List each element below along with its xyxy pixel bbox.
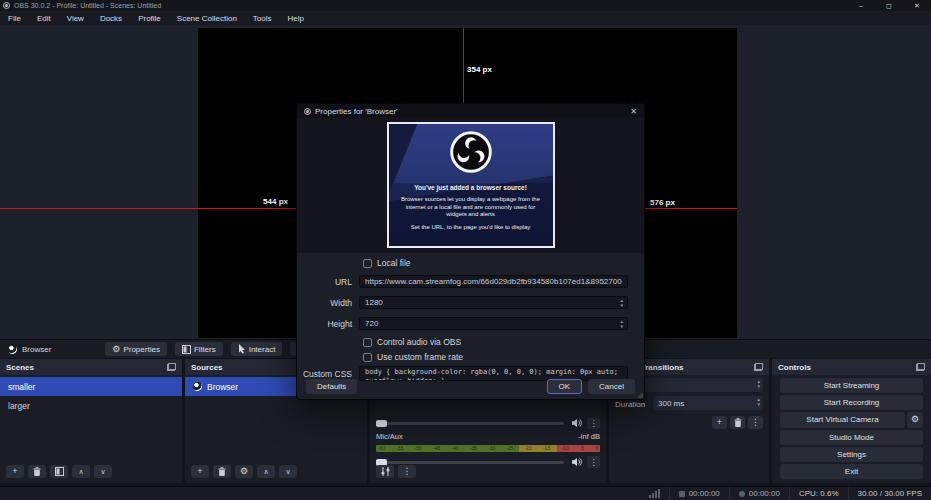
record-time: 00:00:00 (729, 487, 789, 500)
source-properties-button[interactable]: ⚙ (235, 465, 253, 478)
height-spinner: ▴▾ (359, 317, 628, 330)
dialog-preview-area: You've just added a browser source! Brow… (297, 118, 644, 253)
height-input[interactable] (359, 317, 628, 330)
banner-body: Browser sources let you display a webpag… (398, 196, 544, 219)
start-virtual-camera-button[interactable]: Start Virtual Camera (780, 412, 905, 427)
source-interact-button[interactable]: Interact (231, 342, 283, 356)
transition-menu-button[interactable]: ⋮ (748, 416, 763, 429)
studio-mode-button[interactable]: Studio Mode (780, 430, 923, 445)
control-audio-checkbox[interactable] (363, 338, 372, 347)
source-properties-button[interactable]: ⚙ Properties (105, 342, 167, 356)
scene-item-larger[interactable]: larger (0, 396, 182, 415)
exit-button[interactable]: Exit (780, 464, 923, 479)
custom-fps-row: Use custom frame rate (297, 352, 628, 362)
mixer-menu-button[interactable]: ⋮ (398, 465, 416, 478)
obs-logo-icon (450, 131, 492, 173)
obs-app-icon (3, 2, 10, 9)
mixer-toolbar: ⋮ (376, 465, 416, 478)
width-row: Width ▴▾ (297, 296, 628, 309)
sources-toolbar: + ⚙ ∧ ∨ (185, 465, 367, 483)
volume-slider-handle[interactable] (376, 420, 387, 427)
menu-help[interactable]: Help (280, 11, 312, 25)
start-recording-button[interactable]: Start Recording (780, 395, 923, 410)
scene-filters-button[interactable] (50, 465, 68, 478)
virtual-camera-settings-button[interactable]: ⚙ (907, 412, 923, 427)
popout-icon[interactable] (754, 363, 763, 371)
duration-spinner[interactable]: 300 ms ▴▾ (653, 396, 763, 410)
duration-label: Duration (615, 400, 645, 409)
add-scene-button[interactable]: + (6, 465, 24, 478)
dialog-title-bar[interactable]: Properties for 'Browser' ✕ (297, 104, 644, 118)
controls-body: Start Streaming Start Recording Start Vi… (772, 375, 931, 483)
network-status (640, 487, 669, 500)
chevron-updown-icon[interactable]: ▴▾ (620, 298, 623, 308)
popout-icon[interactable] (916, 363, 925, 371)
cpu-usage: CPU: 0.6% (789, 487, 848, 500)
menu-tools[interactable]: Tools (245, 11, 280, 25)
custom-fps-checkbox[interactable] (363, 353, 372, 362)
defaults-button[interactable]: Defaults (306, 379, 357, 394)
audio-source-volume-row: ⋮ (376, 417, 600, 429)
local-file-checkbox[interactable] (363, 259, 372, 268)
volume-slider[interactable] (376, 422, 564, 425)
stream-time: 00:00:00 (669, 487, 729, 500)
remove-scene-button[interactable] (28, 465, 46, 478)
mic-aux-level-meter: -60-55-50-45-40-35-30-25-20-15-10-50 (376, 445, 600, 452)
kebab-menu-icon[interactable]: ⋮ (587, 417, 600, 429)
status-bar: 00:00:00 00:00:00 CPU: 0.6% 30.00 / 30.0… (0, 486, 931, 500)
menu-view[interactable]: View (59, 11, 92, 25)
speaker-icon[interactable] (571, 418, 582, 428)
scenes-list: smaller larger (0, 375, 182, 415)
move-source-up-button[interactable]: ∧ (257, 465, 275, 478)
remove-source-button[interactable] (213, 465, 231, 478)
chevron-updown-icon[interactable]: ▴▾ (620, 319, 623, 329)
width-input[interactable] (359, 296, 628, 309)
advanced-audio-button[interactable] (376, 465, 394, 478)
speaker-icon[interactable] (571, 457, 582, 467)
start-streaming-button[interactable]: Start Streaming (780, 378, 923, 393)
window-controls: – ◻ ✕ (847, 0, 931, 11)
control-audio-label: Control audio via OBS (377, 337, 461, 347)
menu-bar: File Edit View Docks Profile Scene Colle… (0, 11, 931, 25)
minimize-button[interactable]: – (847, 0, 875, 11)
gear-icon: ⚙ (240, 467, 248, 476)
banner-footer: Set the URL, to the page you'd like to d… (398, 224, 544, 232)
trash-icon (33, 467, 41, 476)
mic-aux-label: Mic/Aux (376, 432, 403, 441)
move-scene-down-button[interactable]: ∨ (94, 465, 112, 478)
scene-item-smaller[interactable]: smaller (0, 377, 182, 396)
menu-edit[interactable]: Edit (29, 11, 59, 25)
obs-main-window: OBS 30.0.2 - Profile: Untitled - Scenes:… (0, 0, 931, 500)
browser-source-icon (8, 345, 17, 354)
menu-docks[interactable]: Docks (92, 11, 130, 25)
url-input[interactable] (359, 275, 628, 288)
banner-heading: You've just added a browser source! (389, 184, 553, 191)
mic-volume-slider[interactable] (376, 461, 564, 464)
dialog-close-button[interactable]: ✕ (630, 107, 637, 116)
gear-icon: ⚙ (911, 415, 919, 424)
cancel-button[interactable]: Cancel (588, 379, 635, 394)
add-transition-button[interactable]: + (712, 416, 727, 429)
height-row: Height ▴▾ (297, 317, 628, 330)
source-filters-button[interactable]: Filters (175, 342, 223, 356)
dialog-footer: Defaults OK Cancel (297, 379, 644, 394)
settings-button[interactable]: Settings (780, 447, 923, 462)
dialog-resize-grip[interactable] (637, 392, 643, 398)
filters-icon (182, 345, 191, 354)
guide-label-left: 544 px (250, 197, 288, 206)
close-button[interactable]: ✕ (903, 0, 931, 11)
remove-transition-button[interactable] (730, 416, 745, 429)
menu-scene-collection[interactable]: Scene Collection (169, 11, 245, 25)
menu-profile[interactable]: Profile (130, 11, 169, 25)
kebab-menu-icon[interactable]: ⋮ (587, 456, 600, 468)
move-scene-up-button[interactable]: ∧ (72, 465, 90, 478)
fader-icon (381, 467, 390, 476)
width-spinner: ▴▾ (359, 296, 628, 309)
popout-icon[interactable] (167, 363, 176, 371)
menu-file[interactable]: File (0, 11, 29, 25)
move-source-down-button[interactable]: ∨ (279, 465, 297, 478)
add-source-button[interactable]: + (191, 465, 209, 478)
ok-button[interactable]: OK (547, 379, 583, 394)
maximize-button[interactable]: ◻ (875, 0, 903, 11)
controls-panel: Controls Start Streaming Start Recording… (772, 359, 931, 483)
